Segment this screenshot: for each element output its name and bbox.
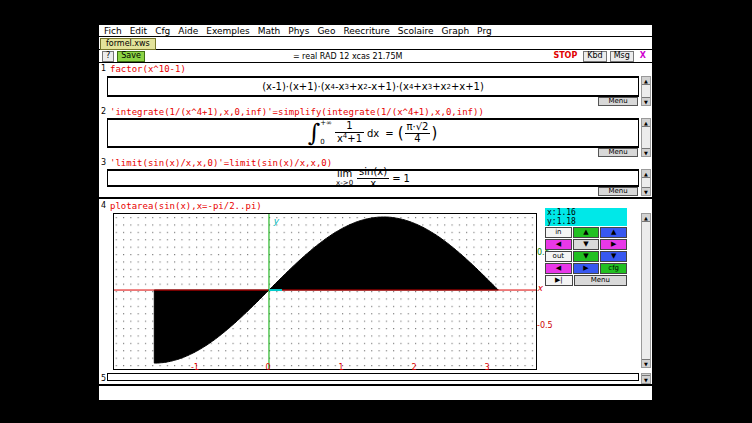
lim-word: lim bbox=[337, 169, 352, 179]
graph-control-panel: x:1.16 y:1.18 in ▲ ▲ ◀ ▼ ▶ out ▼ ▼ ◀ ▶ c… bbox=[545, 208, 627, 286]
result-expression-2: ∫ +∞ 0 1 x4+1 dx = ( π·√2 4 ) bbox=[308, 120, 439, 146]
help-button[interactable]: ? bbox=[102, 51, 114, 62]
zoom-in-button[interactable]: in bbox=[545, 227, 572, 238]
scroll-up-icon[interactable]: ▲ bbox=[642, 77, 650, 85]
limit-value: 1 bbox=[404, 173, 410, 184]
integral-limits: +∞ 0 bbox=[320, 120, 332, 146]
limit-subscript: x->0 bbox=[336, 180, 353, 187]
menu-aide[interactable]: Aide bbox=[178, 26, 198, 36]
section-divider bbox=[99, 197, 652, 199]
commandline-1[interactable]: factor(x^10-1) bbox=[110, 64, 637, 74]
center-view-button[interactable]: ▼ bbox=[573, 239, 600, 250]
entry-row-2: 2 'integrate(1/(x^4+1),x,0,inf)'=simplif… bbox=[99, 106, 651, 118]
limit-fraction: sin(x) x bbox=[357, 167, 389, 189]
integral-upper-bound: +∞ bbox=[320, 120, 332, 127]
save-button[interactable]: Save bbox=[117, 51, 145, 62]
scrollbar-2[interactable]: ▲ ▼ bbox=[641, 118, 651, 157]
answer-menu-button-1[interactable]: Menu bbox=[598, 97, 638, 106]
x-tick-label: 3 bbox=[484, 363, 489, 372]
level-number-5[interactable]: 5 bbox=[101, 374, 109, 383]
result-fraction: π·√2 4 bbox=[405, 122, 431, 144]
menu-geo[interactable]: Geo bbox=[317, 26, 335, 36]
integrand-fraction: 1 x4+1 bbox=[335, 121, 364, 144]
x-tick-label: 0 bbox=[265, 363, 270, 372]
scrollbar-4[interactable]: ▲ ▼ bbox=[641, 213, 651, 368]
rotate-left-button[interactable]: ◀ bbox=[545, 263, 572, 274]
stop-button[interactable]: STOP bbox=[550, 52, 580, 61]
limit-denominator: x bbox=[357, 179, 389, 190]
tab-bar: formel.xws bbox=[99, 38, 652, 50]
menu-reecriture[interactable]: Reecriture bbox=[343, 26, 389, 36]
toolbar: ? Save = real RAD 12 xcas 21.75M STOP Kb… bbox=[99, 51, 652, 63]
limit-numerator: sin(x) bbox=[357, 167, 389, 179]
integrand-numerator: 1 bbox=[335, 121, 364, 133]
menu-cfg[interactable]: Cfg bbox=[155, 26, 170, 36]
zoom-out-button[interactable]: out bbox=[545, 251, 572, 262]
integral-lower-bound: 0 bbox=[320, 139, 332, 146]
config-button[interactable]: cfg bbox=[600, 263, 627, 274]
tab-formel-xws[interactable]: formel.xws bbox=[100, 38, 156, 50]
result-expression-3: lim x->0 sin(x) x = 1 bbox=[336, 167, 410, 189]
scrollbar-3[interactable]: ▲ ▼ bbox=[641, 169, 651, 196]
menu-fich[interactable]: Fich bbox=[104, 26, 122, 36]
pan-right-button[interactable]: ▶ bbox=[600, 239, 627, 250]
scroll-up-icon[interactable]: ▲ bbox=[642, 170, 650, 178]
cas-status-button[interactable]: = real RAD 12 xcas 21.75M bbox=[148, 52, 547, 61]
integral-sign: ∫ bbox=[308, 122, 321, 144]
menubar: Fich Edit Cfg Aide Exemples Math Phys Ge… bbox=[99, 25, 652, 37]
y-tick-label: -0.5 bbox=[537, 321, 553, 330]
scroll-up-icon[interactable]: ▲ bbox=[642, 214, 650, 222]
x-tick-labels: -10123 bbox=[113, 363, 535, 373]
level-number-3[interactable]: 3 bbox=[101, 158, 109, 167]
right-paren: ) bbox=[431, 124, 437, 142]
mouse-y-coordinate: y:1.18 bbox=[545, 217, 627, 226]
pan-down-button[interactable]: ▼ bbox=[573, 251, 600, 262]
mouse-x-coordinate: x:1.16 bbox=[545, 208, 627, 217]
scroll-down-icon[interactable]: ▼ bbox=[642, 148, 650, 156]
rotate-right-button[interactable]: ▶ bbox=[573, 263, 600, 274]
messages-button[interactable]: Msg bbox=[610, 51, 634, 62]
tilt-down-button[interactable]: ▼ bbox=[600, 251, 627, 262]
answer-box-3: lim x->0 sin(x) x = 1 bbox=[107, 169, 639, 187]
x-tick-label: 1 bbox=[338, 363, 343, 372]
equals-sign: = bbox=[392, 173, 400, 184]
screen-background: Fich Edit Cfg Aide Exemples Math Phys Ge… bbox=[0, 0, 752, 423]
pan-left-button[interactable]: ◀ bbox=[545, 239, 572, 250]
answer-box-1: (x-1)·(x+1)·(x4-x3+x2-x+1)·(x4+x3+x2+x+1… bbox=[107, 76, 639, 97]
scroll-down-icon[interactable]: ▼ bbox=[642, 359, 650, 367]
animate-button[interactable]: ▶| bbox=[545, 275, 573, 286]
limit-operator: lim x->0 bbox=[336, 169, 353, 187]
keyboard-button[interactable]: Kbd bbox=[583, 51, 606, 62]
scrollbar-1[interactable]: ▲ ▼ bbox=[641, 76, 651, 106]
scroll-down-icon[interactable]: ▼ bbox=[642, 97, 650, 105]
entry-row-1: 1 factor(x^10-1) bbox=[99, 63, 651, 75]
scroll-up-icon[interactable]: ▲ bbox=[642, 119, 650, 127]
menu-phys[interactable]: Phys bbox=[288, 26, 309, 36]
level-number-2[interactable]: 2 bbox=[101, 107, 109, 116]
answer-box-2: ∫ +∞ 0 1 x4+1 dx = ( π·√2 4 ) bbox=[107, 118, 639, 148]
commandline-2[interactable]: 'integrate(1/(x^4+1),x,0,inf)'=simplify(… bbox=[110, 107, 637, 117]
level-number-1[interactable]: 1 bbox=[101, 64, 109, 73]
level-number-4[interactable]: 4 bbox=[101, 201, 109, 210]
menu-prg[interactable]: Prg bbox=[477, 26, 492, 36]
differential: dx bbox=[367, 128, 379, 139]
plot-frame[interactable]: y bbox=[113, 213, 537, 370]
result-expression-1: (x-1)·(x+1)·(x4-x3+x2-x+1)·(x4+x3+x2+x+1… bbox=[262, 81, 484, 92]
result-denominator: 4 bbox=[405, 134, 431, 145]
left-paren: ( bbox=[398, 124, 404, 142]
close-button[interactable]: X bbox=[637, 52, 649, 61]
menu-math[interactable]: Math bbox=[258, 26, 281, 36]
session-end-line bbox=[99, 384, 652, 386]
scroll-down-icon[interactable]: ▼ bbox=[642, 187, 650, 195]
menu-scolaire[interactable]: Scolaire bbox=[398, 26, 434, 36]
pan-up-button[interactable]: ▲ bbox=[573, 227, 600, 238]
menu-exemples[interactable]: Exemples bbox=[206, 26, 249, 36]
menu-edit[interactable]: Edit bbox=[130, 26, 147, 36]
result-numerator: π·√2 bbox=[405, 122, 431, 134]
answer-menu-button-3[interactable]: Menu bbox=[598, 187, 638, 196]
equals-sign: = bbox=[385, 128, 393, 139]
answer-menu-button-2[interactable]: Menu bbox=[598, 148, 638, 157]
graph-menu-button[interactable]: Menu bbox=[574, 275, 627, 286]
menu-graph[interactable]: Graph bbox=[442, 26, 470, 36]
tilt-up-button[interactable]: ▲ bbox=[600, 227, 627, 238]
